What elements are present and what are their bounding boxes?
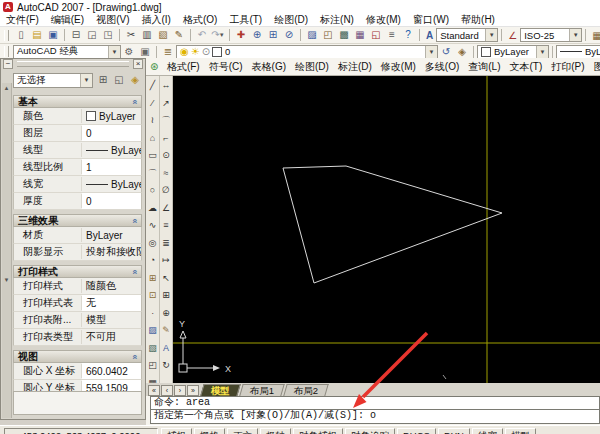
palette-close-button[interactable]: × bbox=[133, 59, 143, 69]
sheet-set-manager-button[interactable]: ▦ bbox=[352, 27, 368, 43]
make-block-button[interactable]: ⊡ bbox=[146, 287, 160, 305]
properties-button[interactable]: ▨ bbox=[304, 27, 320, 43]
dim-baseline-button[interactable]: ≣ bbox=[159, 235, 173, 253]
arc-button[interactable]: ⌒ bbox=[146, 165, 160, 183]
menu-item-3[interactable]: 视图(V) bbox=[90, 13, 135, 27]
toggle-pickadd-button[interactable]: ⊞ bbox=[95, 72, 111, 88]
redo-dropdown-arrow[interactable]: ▼ bbox=[219, 32, 225, 38]
property-value[interactable]: 随颜色 bbox=[82, 278, 141, 294]
command-input[interactable]: 指定第一个角点或 [对象(O)/加(A)/减(S)]: o bbox=[150, 410, 600, 424]
menu-item-3[interactable]: 表格(G) bbox=[247, 60, 290, 74]
dim-text-edit-button[interactable]: A bbox=[159, 340, 173, 358]
property-value[interactable]: ByLayer bbox=[82, 108, 141, 124]
menu-item-6[interactable]: 工具(T) bbox=[223, 13, 268, 27]
chevron-down-icon[interactable]: ▼ bbox=[108, 46, 120, 58]
workspace-combo[interactable]: AutoCAD 经典 ▼ bbox=[13, 45, 121, 59]
circle-button[interactable]: ○ bbox=[146, 182, 160, 200]
designcenter-button[interactable]: ◰ bbox=[320, 27, 336, 43]
selection-type-combo[interactable]: 无选择 ▼ bbox=[13, 73, 93, 88]
dim-angular-button[interactable]: ∠ bbox=[159, 200, 173, 218]
plot-preview-button[interactable]: ◲ bbox=[84, 27, 100, 43]
tab-nav-next[interactable]: › bbox=[174, 385, 186, 396]
drawing-canvas[interactable]: X Y bbox=[173, 76, 600, 383]
collapse-chevron-icon[interactable]: « bbox=[129, 99, 139, 104]
center-mark-button[interactable]: ⊕ bbox=[159, 305, 173, 323]
rectangle-button[interactable]: ▭ bbox=[146, 147, 160, 165]
property-value[interactable]: 0 bbox=[82, 125, 141, 141]
chevron-down-icon[interactable]: ▼ bbox=[80, 74, 92, 87]
status-toggle-5[interactable]: 对象捕捉 bbox=[293, 428, 343, 434]
status-toggle-1[interactable]: 捕捉 bbox=[161, 428, 192, 434]
dim-linear-button[interactable]: ↔ bbox=[159, 77, 173, 95]
menu-item-1[interactable]: 格式(F) bbox=[162, 60, 204, 74]
zoom-previous-button[interactable]: ⊘ bbox=[281, 27, 297, 43]
property-value[interactable]: 660.0402 bbox=[82, 363, 141, 379]
gradient-button[interactable]: ▧ bbox=[146, 340, 160, 358]
menu-item-9[interactable]: 修改(M) bbox=[360, 13, 407, 27]
dim-aligned-button[interactable]: ↗ bbox=[159, 95, 173, 113]
collapse-chevron-icon[interactable]: « bbox=[129, 269, 139, 274]
dim-update-button[interactable]: ↻ bbox=[159, 357, 173, 375]
status-toggle-7[interactable]: DUCS bbox=[397, 428, 436, 434]
revision-cloud-button[interactable]: ☁ bbox=[146, 200, 160, 218]
coordinates-display[interactable]: 453.0409, 563.4037, 0.0000 bbox=[4, 428, 158, 434]
property-value[interactable]: 不可用 bbox=[82, 329, 141, 345]
quickcalc-button[interactable]: ≡ bbox=[384, 27, 400, 43]
new-drawing-button[interactable]: ▯ bbox=[13, 27, 29, 43]
line-button[interactable]: ╱ bbox=[146, 77, 160, 95]
property-value[interactable]: ByLayer bbox=[82, 227, 141, 243]
menu-item-5[interactable]: 格式(O) bbox=[177, 13, 223, 27]
menu-item-9[interactable]: 文本(T) bbox=[505, 60, 547, 74]
palette-side-rail[interactable]: ▲ ▼ bbox=[2, 83, 12, 418]
hatch-button[interactable]: ▨ bbox=[146, 322, 160, 340]
zoom-realtime-button[interactable]: ⊕ bbox=[249, 27, 265, 43]
property-value[interactable]: 无 bbox=[82, 295, 141, 311]
table-style-icon[interactable]: ▦ bbox=[592, 30, 600, 41]
layer-control-combo[interactable]: ◉ ☀ ⊙ 0 ▼ bbox=[176, 45, 438, 59]
quick-dimension-button[interactable]: ≡ bbox=[159, 217, 173, 235]
dim-ordinate-button[interactable]: ⌐ bbox=[159, 130, 173, 148]
publish-button[interactable]: ◳ bbox=[100, 27, 116, 43]
copy-button[interactable]: ▥ bbox=[139, 27, 155, 43]
ellipse-button[interactable]: ◎ bbox=[146, 235, 160, 253]
polygon-button[interactable]: ⌂ bbox=[146, 130, 160, 148]
dim-diameter-button[interactable]: ∅ bbox=[159, 182, 173, 200]
section-header[interactable]: 打印样式« bbox=[13, 265, 142, 278]
help-button[interactable]: ? bbox=[400, 27, 416, 43]
status-toggle-9[interactable]: 线宽 bbox=[472, 428, 503, 434]
dim-edit-button[interactable]: ✎ bbox=[159, 322, 173, 340]
dim-arc-length-button[interactable]: ⌒ bbox=[159, 112, 173, 130]
menu-item-11[interactable]: 图层(L) bbox=[589, 60, 600, 74]
chevron-down-icon[interactable]: ▼ bbox=[536, 46, 548, 58]
select-objects-button[interactable]: ◱ bbox=[111, 72, 127, 88]
pan-button[interactable]: ✚ bbox=[233, 27, 249, 43]
tab-nav-last[interactable]: » bbox=[187, 385, 199, 396]
color-control-combo[interactable]: ByLayer ▼ bbox=[477, 45, 549, 59]
chevron-down-icon[interactable]: ▼ bbox=[485, 29, 497, 41]
layer-lock-icon[interactable]: ⊙ bbox=[202, 47, 210, 57]
palette-grab-bar[interactable] bbox=[17, 61, 129, 67]
paste-button[interactable]: ▧ bbox=[155, 27, 171, 43]
rail-down-icon[interactable]: ▼ bbox=[4, 277, 10, 283]
property-value[interactable]: ByLayer bbox=[82, 176, 141, 192]
toolbar-grip[interactable] bbox=[4, 30, 9, 41]
status-toggle-6[interactable]: 对象追踪 bbox=[345, 428, 395, 434]
dim-jogged-button[interactable]: ≈ bbox=[159, 165, 173, 183]
menu-item-8[interactable]: 标注(N) bbox=[314, 13, 360, 27]
menu-item-7[interactable]: 多线(O) bbox=[420, 60, 463, 74]
undo-button[interactable]: ↶ bbox=[194, 27, 210, 43]
section-header[interactable]: 三维效果« bbox=[13, 214, 142, 227]
dim-style-combo[interactable]: ISO-25 ▼ bbox=[520, 28, 582, 42]
zoom-window-button[interactable]: ⊞ bbox=[265, 27, 281, 43]
menu-item-10[interactable]: 窗口(W) bbox=[407, 13, 455, 27]
collapse-chevron-icon[interactable]: « bbox=[129, 354, 139, 359]
palette-title-bar[interactable]: − × bbox=[1, 59, 145, 68]
tab-model[interactable]: 模型 bbox=[200, 384, 240, 396]
region-button[interactable]: ◰ bbox=[146, 357, 160, 375]
collapse-chevron-icon[interactable]: « bbox=[129, 218, 139, 223]
markup-set-manager-button[interactable]: ◱ bbox=[368, 27, 384, 43]
spline-button[interactable]: ∿ bbox=[146, 217, 160, 235]
construction-line-button[interactable]: ⁄ bbox=[146, 95, 160, 113]
status-toggle-3[interactable]: 正交 bbox=[227, 428, 258, 434]
quick-leader-button[interactable]: ↖ bbox=[159, 270, 173, 288]
